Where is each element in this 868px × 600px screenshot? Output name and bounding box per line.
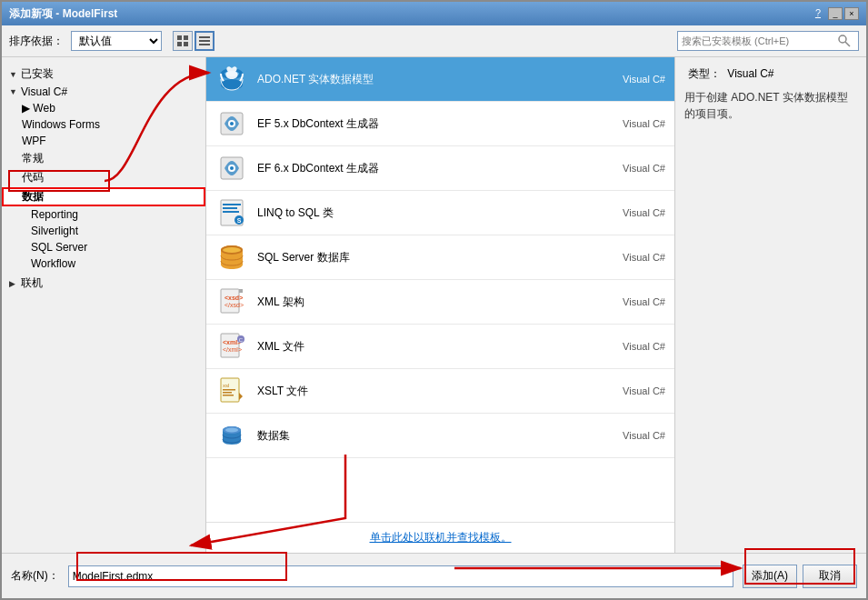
template-cat-xmlfile: Visual C# — [593, 341, 665, 352]
online-link[interactable]: 单击此处以联机并查找模板。 — [370, 531, 512, 544]
svg-rect-2 — [177, 42, 182, 46]
sidebar: ▼ 已安装 ▼ Visual C# ▶ Web W — [2, 57, 206, 553]
template-item-ado[interactable]: ADO.NET 实体数据模型 Visual C# — [206, 57, 674, 102]
svg-point-44 — [225, 428, 238, 433]
bottom-buttons: 添加(A) 取消 — [743, 565, 857, 588]
sort-select[interactable]: 默认值 — [71, 31, 162, 51]
sidebar-item-general[interactable]: 常规 — [2, 149, 205, 168]
search-input[interactable] — [682, 35, 836, 46]
template-name-sql: SQL Server 数据库 — [257, 250, 593, 265]
template-item-ef5[interactable]: EF 5.x DbContext 生成器 Visual C# — [206, 102, 674, 146]
svg-rect-5 — [199, 40, 210, 42]
svg-rect-1 — [184, 35, 188, 40]
ef5-icon — [215, 107, 248, 140]
type-description: 用于创建 ADO.NET 实体数据模型的项目项。 — [684, 89, 857, 122]
view-buttons — [173, 31, 215, 51]
online-header[interactable]: ▶ 联机 — [2, 274, 205, 293]
sql-icon — [215, 241, 248, 274]
title-controls: ? _ × — [815, 7, 859, 20]
svg-rect-3 — [184, 42, 188, 46]
xslt-icon: xsl — [215, 375, 248, 407]
template-name-xslt: XSLT 文件 — [257, 384, 593, 399]
visual-csharp-label: Visual C# — [21, 85, 67, 98]
cancel-button[interactable]: 取消 — [803, 565, 857, 588]
svg-point-26 — [223, 247, 241, 253]
svg-rect-0 — [177, 35, 182, 40]
sidebar-item-silverlight[interactable]: Silverlight — [2, 223, 205, 239]
template-cat-xslt: Visual C# — [593, 385, 665, 396]
sidebar-item-sql-server[interactable]: SQL Server — [2, 239, 205, 255]
sidebar-item-data[interactable]: 数据 — [2, 187, 205, 206]
svg-line-8 — [845, 42, 850, 46]
sidebar-item-web[interactable]: ▶ Web — [2, 100, 205, 116]
template-item-dataset[interactable]: 数据集 Visual C# — [206, 414, 674, 458]
add-button[interactable]: 添加(A) — [743, 565, 797, 588]
expand-triangle: ▼ — [9, 70, 18, 79]
list-view-button[interactable] — [195, 31, 215, 51]
template-name-xmlschema: XML 架构 — [257, 295, 593, 310]
template-cat-xmlschema: Visual C# — [593, 296, 665, 307]
ado-icon — [215, 63, 248, 95]
svg-text:S: S — [237, 217, 242, 224]
template-item-xslt[interactable]: xsl XSLT 文件 Visual C# — [206, 369, 674, 414]
online-section: ▶ 联机 — [2, 274, 205, 293]
visual-csharp-header[interactable]: ▼ Visual C# — [2, 84, 205, 100]
sidebar-item-reporting[interactable]: Reporting — [2, 206, 205, 223]
template-name-linq: LINQ to SQL 类 — [257, 205, 593, 221]
svg-rect-39 — [223, 392, 232, 394]
xmlfile-icon: <xml> </xml> C — [215, 330, 248, 363]
center-panel: ADO.NET 实体数据模型 Visual C# — [206, 57, 675, 553]
sidebar-item-code[interactable]: 代码 — [2, 168, 205, 187]
minimize-button[interactable]: _ — [828, 7, 843, 20]
svg-rect-27 — [221, 289, 239, 313]
online-label: 联机 — [21, 275, 43, 291]
help-button[interactable]: ? — [815, 7, 821, 20]
svg-rect-19 — [223, 204, 241, 205]
sidebar-item-windows-forms[interactable]: Windows Forms — [2, 116, 205, 133]
template-item-xmlschema[interactable]: <xsd> </xsd> XML 架构 Visual C# — [206, 280, 674, 325]
visual-csharp-triangle: ▼ — [9, 87, 18, 96]
window-title: 添加新项 - ModelFirst — [9, 6, 117, 22]
visual-csharp-section: ▼ Visual C# ▶ Web Windows Forms WPF 常规 代… — [2, 84, 205, 272]
grid-view-button[interactable] — [173, 31, 193, 51]
type-value: Visual C# — [727, 67, 773, 80]
online-link-area: 单击此处以联机并查找模板。 — [206, 522, 674, 553]
installed-header[interactable]: ▼ 已安装 — [2, 65, 205, 84]
sidebar-item-wpf[interactable]: WPF — [2, 133, 205, 149]
svg-marker-41 — [239, 393, 243, 400]
search-box[interactable] — [677, 31, 859, 51]
name-input[interactable] — [68, 565, 733, 587]
bottom-bar: 名称(N)： 添加(A) 取消 — [2, 553, 866, 598]
template-name-ado: ADO.NET 实体数据模型 — [257, 72, 593, 87]
xmlschema-icon: <xsd> </xsd> — [215, 285, 248, 318]
svg-point-7 — [839, 35, 846, 43]
template-cat-ef6: Visual C# — [593, 163, 665, 174]
search-icon[interactable] — [836, 33, 853, 49]
svg-text:</xsd>: </xsd> — [224, 302, 244, 308]
template-item-ef6[interactable]: EF 6.x DbContext 生成器 Visual C# — [206, 146, 674, 191]
template-cat-linq: Visual C# — [593, 207, 665, 218]
template-name-dataset: 数据集 — [257, 428, 593, 444]
svg-text:xsl: xsl — [223, 383, 229, 388]
template-name-ef5: EF 5.x DbContext 生成器 — [257, 116, 593, 132]
svg-text:C: C — [239, 337, 244, 343]
web-expand: ▶ — [22, 102, 33, 115]
right-panel: 类型： Visual C# 用于创建 ADO.NET 实体数据模型的项目项。 — [675, 57, 866, 553]
svg-rect-21 — [223, 211, 239, 213]
svg-rect-20 — [223, 207, 237, 209]
dataset-icon — [215, 419, 248, 452]
svg-text:<xsd>: <xsd> — [224, 295, 243, 301]
template-item-sql[interactable]: SQL Server 数据库 Visual C# — [206, 235, 674, 280]
top-bar: 排序依据： 默认值 — [2, 25, 866, 57]
svg-rect-38 — [223, 389, 235, 391]
installed-section: ▼ 已安装 ▼ Visual C# ▶ Web W — [2, 65, 205, 272]
svg-rect-28 — [239, 289, 243, 293]
svg-rect-4 — [199, 36, 210, 38]
template-cat-sql: Visual C# — [593, 252, 665, 263]
template-item-xmlfile[interactable]: <xml> </xml> C XML 文件 Visual C# — [206, 325, 674, 369]
sidebar-item-workflow[interactable]: Workflow — [2, 255, 205, 272]
template-item-linq[interactable]: S LINQ to SQL 类 Visual C# — [206, 191, 674, 235]
online-triangle: ▶ — [9, 279, 18, 288]
close-button[interactable]: × — [844, 7, 859, 20]
ef6-icon — [215, 152, 248, 185]
